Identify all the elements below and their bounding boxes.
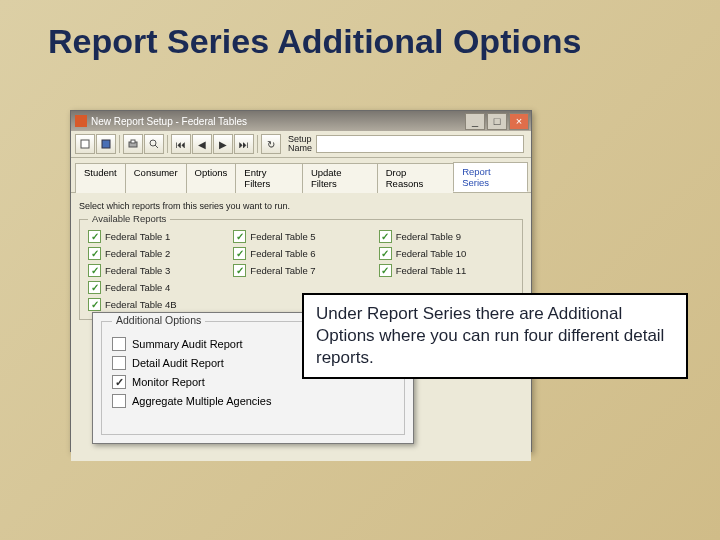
refresh-icon[interactable]: ↻: [261, 134, 281, 154]
option-label: Detail Audit Report: [132, 357, 224, 369]
tab-entry-filters[interactable]: Entry Filters: [235, 163, 303, 193]
window-title: New Report Setup - Federal Tables: [91, 116, 463, 127]
minimize-button[interactable]: _: [465, 113, 485, 130]
svg-rect-0: [81, 140, 89, 148]
report-label: Federal Table 6: [250, 248, 315, 259]
print-icon[interactable]: [123, 134, 143, 154]
maximize-button[interactable]: □: [487, 113, 507, 130]
report-label: Federal Table 1: [105, 231, 170, 242]
report-label: Federal Table 3: [105, 265, 170, 276]
report-checkbox[interactable]: ✓Federal Table 4: [88, 281, 223, 294]
option-label: Summary Audit Report: [132, 338, 243, 350]
report-label: Federal Table 5: [250, 231, 315, 242]
option-checkbox[interactable]: Aggregate Multiple Agencies: [112, 394, 394, 408]
report-checkbox[interactable]: ✓Federal Table 2: [88, 247, 223, 260]
panel-instructions: Select which reports from this series yo…: [79, 201, 523, 211]
report-label: Federal Table 11: [396, 265, 467, 276]
setup-name-label: Setup Name: [288, 135, 312, 153]
report-label: Federal Table 7: [250, 265, 315, 276]
additional-options-legend: Additional Options: [112, 314, 205, 326]
report-checkbox[interactable]: ✓Federal Table 9: [379, 230, 514, 243]
tab-student[interactable]: Student: [75, 163, 126, 193]
callout-text: Under Report Series there are Additional…: [302, 293, 688, 379]
checkbox-icon: ✓: [88, 247, 101, 260]
option-label: Aggregate Multiple Agencies: [132, 395, 271, 407]
checkbox-icon: [112, 337, 126, 351]
prev-icon[interactable]: ◀: [192, 134, 212, 154]
report-checkbox[interactable]: ✓Federal Table 11: [379, 264, 514, 277]
svg-rect-1: [102, 140, 110, 148]
checkbox-icon: ✓: [88, 230, 101, 243]
close-button[interactable]: ×: [509, 113, 529, 130]
report-label: Federal Table 4: [105, 282, 170, 293]
setup-name-input[interactable]: [316, 135, 524, 153]
next-icon[interactable]: ▶: [213, 134, 233, 154]
toolbar: ⏮ ◀ ▶ ⏭ ↻ Setup Name: [71, 131, 531, 158]
window-titlebar: New Report Setup - Federal Tables _ □ ×: [71, 111, 531, 131]
checkbox-icon: ✓: [379, 264, 392, 277]
checkbox-icon: ✓: [233, 264, 246, 277]
report-checkbox[interactable]: ✓Federal Table 1: [88, 230, 223, 243]
checkbox-icon: ✓: [379, 247, 392, 260]
checkbox-icon: ✓: [233, 230, 246, 243]
last-icon[interactable]: ⏭: [234, 134, 254, 154]
report-checkbox[interactable]: ✓Federal Table 4B: [88, 298, 223, 311]
checkbox-icon: ✓: [88, 298, 101, 311]
svg-rect-3: [131, 140, 135, 143]
checkbox-icon: ✓: [88, 281, 101, 294]
checkbox-icon: ✓: [88, 264, 101, 277]
checkbox-icon: [112, 356, 126, 370]
report-checkbox[interactable]: ✓Federal Table 10: [379, 247, 514, 260]
checkbox-icon: ✓: [233, 247, 246, 260]
tab-consumer[interactable]: Consumer: [125, 163, 187, 193]
report-label: Federal Table 9: [396, 231, 461, 242]
report-checkbox[interactable]: ✓Federal Table 3: [88, 264, 223, 277]
preview-icon[interactable]: [144, 134, 164, 154]
svg-line-5: [155, 145, 158, 148]
available-reports-legend: Available Reports: [88, 213, 170, 224]
tab-options[interactable]: Options: [186, 163, 237, 193]
checkbox-icon: ✓: [379, 230, 392, 243]
report-checkbox[interactable]: ✓Federal Table 7: [233, 264, 368, 277]
first-icon[interactable]: ⏮: [171, 134, 191, 154]
save-icon[interactable]: [96, 134, 116, 154]
checkbox-icon: ✓: [112, 375, 126, 389]
report-checkbox[interactable]: ✓Federal Table 6: [233, 247, 368, 260]
option-label: Monitor Report: [132, 376, 205, 388]
app-icon: [75, 115, 87, 127]
report-label: Federal Table 4B: [105, 299, 177, 310]
new-icon[interactable]: [75, 134, 95, 154]
tab-update-filters[interactable]: Update Filters: [302, 163, 378, 193]
report-checkbox[interactable]: ✓Federal Table 5: [233, 230, 368, 243]
tab-drop-reasons[interactable]: Drop Reasons: [377, 163, 454, 193]
checkbox-icon: [112, 394, 126, 408]
tab-report-series[interactable]: Report Series: [453, 162, 528, 192]
tab-bar: StudentConsumerOptionsEntry FiltersUpdat…: [71, 158, 531, 193]
report-label: Federal Table 2: [105, 248, 170, 259]
report-label: Federal Table 10: [396, 248, 467, 259]
slide-title: Report Series Additional Options: [0, 0, 720, 61]
